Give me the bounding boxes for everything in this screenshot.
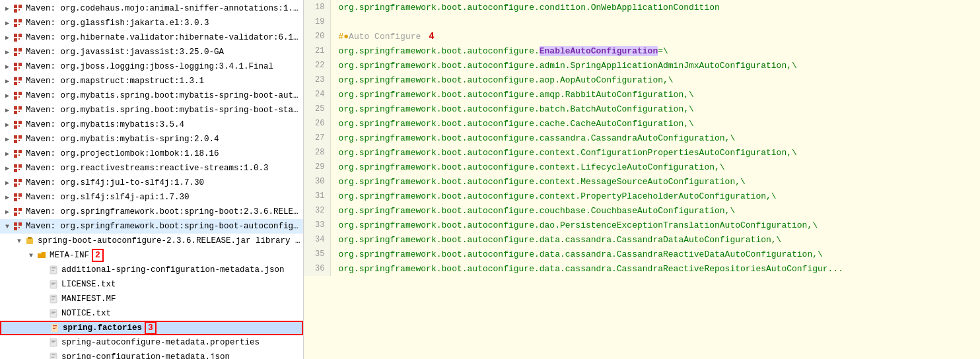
line-number: 18 [304,0,330,15]
tree-item-maven-4[interactable]: ▶Maven: org.javassist:javassist:3.25.0-G… [0,45,303,59]
tree-arrow: ▶ [3,19,12,27]
tree-item-add-spring[interactable]: additional-spring-configuration-metadata… [0,263,303,277]
tree-icon-maven [12,106,24,115]
tree-item-spring-auto-meta[interactable]: spring-autoconfigure-metadata.properties [0,335,303,350]
tree-item-label: NOTICE.txt [61,309,111,318]
code-line: 24org.springframework.boot.autoconfigure… [304,87,980,102]
code-line: 33org.springframework.boot.autoconfigure… [304,218,980,232]
line-number: 32 [304,203,330,218]
tree-item-maven-11[interactable]: ▶Maven: org.projectlombok:lombok:1.18.16 [0,147,303,161]
svg-rect-29 [18,106,22,110]
svg-rect-68 [52,269,55,269]
svg-rect-25 [18,92,22,95]
svg-rect-20 [14,77,17,81]
tree-item-meta-inf[interactable]: ▼META-INF2 [0,248,303,263]
section-badge: 4 [429,31,434,42]
tree-item-maven-7[interactable]: ▶Maven: org.mybatis.spring.boot:mybatis-… [0,88,303,103]
svg-rect-1 [18,5,22,8]
tree-item-maven-3[interactable]: ▶Maven: org.hibernate.validator:hibernat… [0,30,303,45]
tree-icon-jar [24,236,36,245]
tree-item-maven-6[interactable]: ▶Maven: org.mapstruct:mapstruct:1.3.1 [0,74,303,88]
svg-rect-33 [18,121,22,124]
tree-item-spring-factories[interactable]: spring.factories3 [0,321,303,335]
svg-rect-6 [14,24,17,27]
tree-item-maven-1[interactable]: ▶Maven: org.codehaus.mojo:animal-sniffer… [0,1,303,16]
tree-arrow: ▶ [3,179,12,187]
tree-item-label: Maven: org.springframework.boot:spring-b… [26,222,300,231]
svg-rect-11 [18,38,20,40]
line-content: org.springframework.boot.autoconfigure.c… [330,0,980,15]
line-number: 26 [304,116,330,131]
tree-icon-maven [12,222,24,231]
tree-item-maven-16[interactable]: ▼Maven: org.springframework.boot:spring-… [0,219,303,234]
svg-rect-4 [14,19,17,22]
svg-rect-89 [52,343,54,343]
tree-item-maven-9[interactable]: ▶Maven: org.mybatis:mybatis:3.5.4 [0,117,303,132]
line-number: 34 [304,232,330,247]
tree-item-maven-14[interactable]: ▶Maven: org.slf4j:slf4j-api:1.7.30 [0,190,303,205]
line-number: 36 [304,261,330,276]
line-content: org.springframework.boot.autoconfigure.c… [330,174,980,189]
svg-rect-28 [14,106,17,110]
line-number: 31 [304,189,330,203]
tree-item-manifest[interactable]: MANIFEST.MF [0,292,303,306]
svg-rect-38 [14,140,17,143]
tree-item-maven-5[interactable]: ▶Maven: org.jboss.logging:jboss-logging:… [0,59,303,74]
svg-rect-36 [14,135,17,139]
svg-rect-81 [52,313,54,314]
tree-icon-maven [12,18,24,28]
tree-item-maven-2[interactable]: ▶Maven: org.glassfish:jakarta.el:3.0.3 [0,16,303,30]
svg-rect-8 [14,34,17,37]
code-line: 27org.springframework.boot.autoconfigure… [304,131,980,145]
svg-rect-51 [18,183,20,185]
tree-icon-file [48,352,59,359]
tree-item-maven-12[interactable]: ▶Maven: org.reactivestreams:reactive-str… [0,161,303,176]
tree-item-maven-10[interactable]: ▶Maven: org.mybatis:mybatis-spring:2.0.4 [0,132,303,147]
code-line: 35org.springframework.boot.autoconfigure… [304,247,980,261]
tree-icon-maven [12,48,24,57]
line-content: org.springframework.boot.autoconfigure.c… [330,203,980,218]
tree-item-label: Maven: org.reactivestreams:reactive-stre… [26,164,269,173]
svg-rect-32 [14,121,17,124]
svg-rect-61 [18,222,22,226]
tree-icon-maven [12,193,24,202]
line-number: 25 [304,102,330,116]
tree-item-label: additional-spring-configuration-metadata… [61,265,285,275]
tree-item-label: Maven: org.mapstruct:mapstruct:1.3.1 [26,77,204,86]
tree-arrow: ▶ [3,34,12,42]
svg-rect-30 [14,111,17,114]
svg-rect-91 [52,354,55,355]
line-content: org.springframework.boot.autoconfigure.c… [330,160,980,174]
svg-rect-87 [52,340,55,341]
tree-item-maven-15[interactable]: ▶Maven: org.springframework.boot:spring-… [0,205,303,219]
svg-rect-50 [14,183,17,187]
code-line: 34org.springframework.boot.autoconfigure… [304,232,980,247]
line-number: 21 [304,44,330,58]
svg-rect-40 [14,150,17,153]
file-tree-panel[interactable]: ▶Maven: org.codehaus.mojo:animal-sniffer… [0,0,304,359]
tree-item-jar-root[interactable]: ▼spring-boot-autoconfigure-2.3.6.RELEASE… [0,234,303,248]
tree-item-label: LICENSE.txt [61,280,116,289]
tree-item-license[interactable]: LICENSE.txt [0,277,303,292]
tree-item-maven-13[interactable]: ▶Maven: org.slf4j:jul-to-slf4j:1.7.30 [0,176,303,190]
tree-item-label: Maven: org.codehaus.mojo:animal-sniffer-… [26,4,300,13]
tree-item-label: Maven: org.mybatis:mybatis-spring:2.0.4 [26,135,219,144]
code-editor-panel[interactable]: 18org.springframework.boot.autoconfigure… [304,0,980,359]
tree-item-label: Maven: org.javassist:javassist:3.25.0-GA [26,48,224,57]
svg-rect-63 [18,227,20,228]
line-content: org.springframework.boot.autoconfigure.c… [330,189,980,203]
svg-rect-54 [14,198,17,201]
line-number: 33 [304,218,330,232]
line-number: 27 [304,131,330,145]
tree-arrow: ▶ [3,106,12,114]
line-content: org.springframework.boot.autoconfigure.d… [330,218,980,232]
tree-item-notice[interactable]: NOTICE.txt [0,306,303,321]
tree-item-label: MANIFEST.MF [61,294,116,304]
tree-item-label: META-INF [50,251,89,260]
code-line: 30org.springframework.boot.autoconfigure… [304,174,980,189]
tree-item-maven-8[interactable]: ▶Maven: org.mybatis.spring.boot:mybatis-… [0,103,303,117]
tree-arrow: ▶ [3,208,12,216]
svg-rect-75 [52,296,55,297]
tree-icon-maven [12,62,24,71]
tree-item-spring-config-meta[interactable]: spring-configuration-metadata.json [0,350,303,359]
